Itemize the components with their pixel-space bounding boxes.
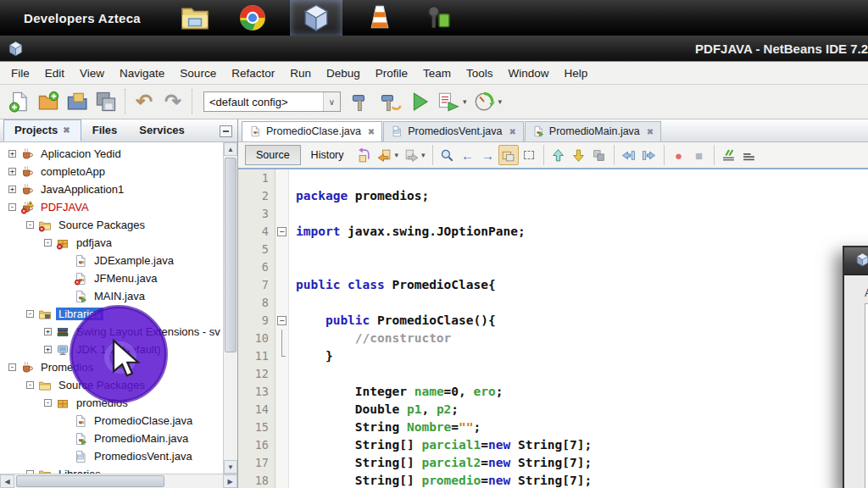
- recorder-icon[interactable]: [417, 0, 458, 36]
- code-line[interactable]: String Nombre="";: [296, 419, 868, 436]
- view-source-button[interactable]: Source: [245, 145, 301, 165]
- tree-item-source-packages[interactable]: -Source Packages: [0, 376, 237, 394]
- tree-item-main-java[interactable]: MAIN.java: [0, 287, 237, 305]
- scroll-up-icon[interactable]: ▲: [224, 142, 237, 156]
- code-line[interactable]: import javax.swing.JOptionPane;: [296, 223, 868, 241]
- clean-build-button[interactable]: [376, 87, 405, 116]
- fold-cell[interactable]: −: [275, 223, 288, 241]
- menu-team[interactable]: Team: [415, 64, 459, 83]
- dropdown-arrow-icon[interactable]: ▾: [463, 97, 467, 106]
- code-line[interactable]: [296, 258, 868, 276]
- fold-cell[interactable]: −: [275, 312, 288, 330]
- record-macro-button[interactable]: ●: [669, 145, 689, 165]
- code-line[interactable]: Integer name=0, ero;: [296, 383, 868, 401]
- run-button[interactable]: [405, 87, 434, 116]
- menu-refactor[interactable]: Refactor: [224, 64, 282, 83]
- dialog-titlebar[interactable]: Add Library: [844, 247, 868, 275]
- scrollbar-thumb[interactable]: [16, 475, 164, 487]
- find-button[interactable]: [437, 145, 458, 165]
- menu-debug[interactable]: Debug: [319, 64, 368, 83]
- fold-minus-icon[interactable]: −: [277, 227, 287, 236]
- debug-button[interactable]: [434, 87, 463, 116]
- open-project-button[interactable]: [63, 87, 92, 116]
- expand-toggle-icon[interactable]: +: [8, 168, 16, 175]
- tree-horizontal-scrollbar[interactable]: ◀ ▶: [0, 474, 237, 488]
- chrome-icon[interactable]: [232, 0, 273, 36]
- collapse-toggle-icon[interactable]: -: [26, 310, 34, 318]
- collapse-toggle-icon[interactable]: -: [26, 381, 34, 389]
- view-history-button[interactable]: History: [301, 146, 354, 164]
- menu-edit[interactable]: Edit: [37, 64, 72, 83]
- menu-window[interactable]: Window: [501, 64, 557, 83]
- tree-item-jdexample-java[interactable]: JDExample.java: [0, 252, 237, 269]
- expand-toggle-icon[interactable]: +: [44, 328, 52, 336]
- netbeans-icon[interactable]: [290, 0, 342, 36]
- code-line[interactable]: [296, 241, 868, 258]
- back-button[interactable]: [375, 145, 395, 165]
- code-line[interactable]: Double p1, p2;: [296, 401, 868, 419]
- tree-item-pdfjava[interactable]: -pdfjava: [0, 234, 237, 252]
- close-icon[interactable]: ✖: [368, 127, 375, 136]
- save-all-button[interactable]: [92, 87, 120, 116]
- code-line[interactable]: public class PromedioClase{: [296, 276, 868, 294]
- collapse-toggle-icon[interactable]: -: [26, 221, 34, 229]
- tree-item-promedioclase-java[interactable]: PromedioClase.java: [0, 412, 237, 430]
- menu-tools[interactable]: Tools: [459, 64, 501, 83]
- toggle-bookmark-button[interactable]: [589, 145, 609, 165]
- scrollbar-thumb[interactable]: [225, 158, 236, 352]
- build-button[interactable]: [348, 87, 376, 116]
- minimize-panel-icon[interactable]: [220, 125, 232, 137]
- last-edit-button[interactable]: [354, 145, 375, 165]
- comment-button[interactable]: [719, 145, 739, 165]
- code-line[interactable]: [296, 294, 868, 312]
- tree-item-promedios[interactable]: -Promedios: [0, 358, 237, 376]
- close-icon[interactable]: ✖: [63, 125, 70, 135]
- tree-item-libraries[interactable]: -Libraries: [0, 465, 237, 474]
- code-editor[interactable]: 123456789101112131415161718 −− package p…: [238, 169, 868, 488]
- menu-navigate[interactable]: Navigate: [112, 64, 172, 83]
- menu-view[interactable]: View: [72, 64, 112, 83]
- code-text[interactable]: package promedios;import javax.swing.JOp…: [289, 169, 868, 488]
- prev-bookmark-button[interactable]: [548, 145, 569, 165]
- tree-item-jfmenu-java[interactable]: JFMenu.java: [0, 269, 237, 287]
- scroll-right-icon[interactable]: ▶: [223, 474, 237, 488]
- menu-source[interactable]: Source: [172, 64, 224, 83]
- profile-button[interactable]: [470, 87, 498, 116]
- tree-item-libraries[interactable]: -Libraries: [0, 305, 237, 323]
- new-file-button[interactable]: [5, 87, 34, 116]
- collapse-toggle-icon[interactable]: -: [44, 399, 52, 407]
- highlight-button[interactable]: [498, 145, 519, 165]
- tree-item-promediosvent-java[interactable]: PromediosVent.java: [0, 447, 237, 465]
- code-line[interactable]: [296, 365, 868, 383]
- find-next-button[interactable]: →: [478, 145, 498, 165]
- menu-profile[interactable]: Profile: [368, 64, 415, 83]
- menu-help[interactable]: Help: [557, 64, 596, 83]
- rect-select-button[interactable]: [519, 145, 539, 165]
- chevron-down-icon[interactable]: ∨: [323, 92, 340, 111]
- tree-item-swing-layout-extensions-sv[interactable]: +Swing Layout Extensions - sv: [0, 323, 237, 341]
- tree-item-completoapp[interactable]: +completoApp: [0, 163, 237, 180]
- dropdown-arrow-icon[interactable]: ▾: [395, 151, 399, 159]
- new-project-button[interactable]: [34, 87, 63, 116]
- tree-item-source-packages[interactable]: -Source Packages: [0, 216, 237, 234]
- code-line[interactable]: public PromedioClase(){: [296, 312, 868, 330]
- collapse-toggle-icon[interactable]: -: [44, 239, 52, 247]
- file-explorer-icon[interactable]: [175, 0, 215, 36]
- code-fold-column[interactable]: −−: [275, 169, 289, 488]
- editor-tab-promedioclase-java[interactable]: PromedioClase.java✖: [242, 121, 382, 141]
- uncomment-button[interactable]: [739, 145, 760, 165]
- tree-item-jdk-1-7-default-[interactable]: +JDK 1.7 (Default): [0, 341, 237, 358]
- tree-item-aplicacion-yedid[interactable]: +Aplicacion Yedid: [0, 145, 237, 163]
- redo-button[interactable]: ↷: [159, 87, 187, 116]
- code-line[interactable]: package promedios;: [296, 187, 868, 205]
- editor-tab-promediomain-java[interactable]: PromedioMain.java✖: [525, 121, 661, 141]
- close-icon[interactable]: ✖: [647, 127, 654, 136]
- code-line[interactable]: //constructor: [296, 330, 868, 347]
- undo-button[interactable]: ↶: [130, 87, 159, 116]
- code-line[interactable]: [296, 169, 868, 187]
- expand-toggle-icon[interactable]: +: [44, 346, 52, 353]
- menu-run[interactable]: Run: [282, 64, 319, 83]
- scroll-left-icon[interactable]: ◀: [0, 474, 14, 488]
- dropdown-arrow-icon[interactable]: ▾: [421, 151, 426, 159]
- collapse-toggle-icon[interactable]: -: [8, 203, 16, 211]
